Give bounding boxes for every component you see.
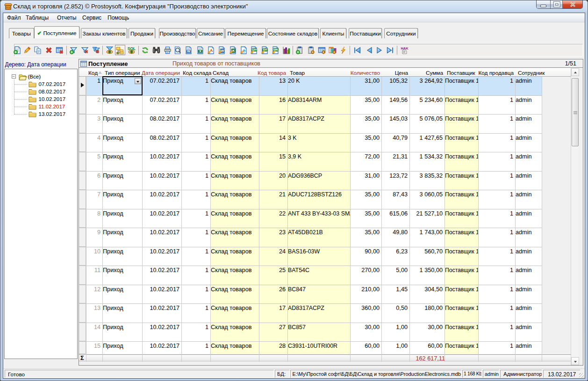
svg-text:XML: XML [273,48,279,51]
svg-text:TXT: TXT [263,48,268,51]
svg-text:W: W [187,49,191,53]
svg-text:CSV: CSV [251,48,257,51]
svg-text:X: X [199,49,201,53]
